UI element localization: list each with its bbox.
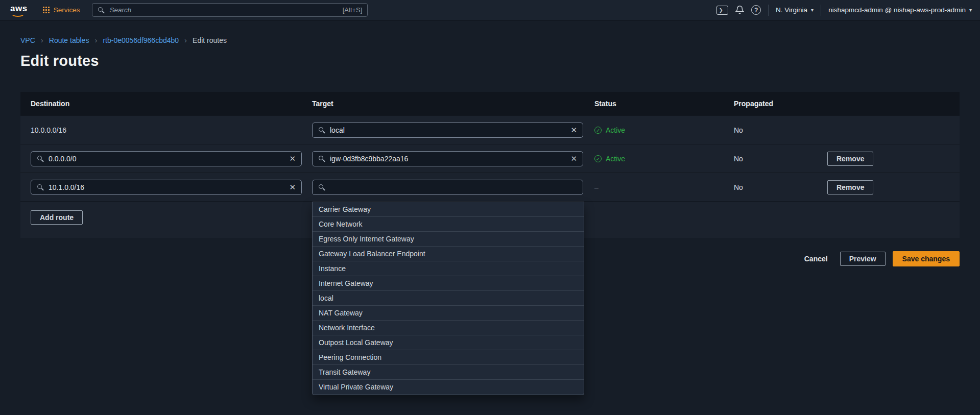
column-header-propagated: Propagated — [734, 100, 827, 108]
check-circle-icon — [594, 127, 602, 134]
target-input-focused[interactable] — [312, 180, 583, 195]
search-icon — [37, 184, 44, 191]
propagated-value: No — [734, 183, 827, 191]
dropdown-option[interactable]: NAT Gateway — [313, 306, 584, 321]
dropdown-option[interactable]: Peering Connection — [313, 350, 584, 365]
global-search-input[interactable]: Search [Alt+S] — [92, 3, 368, 17]
aws-logo-text: aws — [10, 4, 28, 13]
top-navigation-bar: aws Services Search [Alt+S] N. Virginia … — [0, 0, 980, 20]
chevron-down-icon: ▾ — [811, 7, 814, 13]
search-icon — [37, 155, 44, 162]
propagated-value: No — [734, 155, 827, 163]
dropdown-option[interactable]: Carrier Gateway — [313, 202, 584, 217]
target-value-input[interactable] — [330, 155, 566, 163]
breadcrumb-route-table-id[interactable]: rtb-0e0056df966cbd4b0 — [103, 36, 179, 44]
destination-value: 10.0.0.0/16 — [31, 126, 66, 134]
destination-value-input[interactable] — [49, 155, 284, 163]
save-changes-button[interactable]: Save changes — [893, 251, 960, 266]
destination-input[interactable]: ✕ — [31, 180, 302, 195]
column-header-target: Target — [312, 100, 594, 108]
services-menu-button[interactable]: Services — [43, 6, 80, 14]
services-grid-icon — [43, 7, 50, 13]
page-title: Edit routes — [20, 53, 980, 69]
clear-icon[interactable]: ✕ — [570, 126, 577, 134]
edit-routes-table: Destination Target Status Propagated 10.… — [20, 92, 960, 238]
table-row: ✕ Carrier Gateway Core Network Egress On… — [20, 173, 960, 201]
breadcrumb: VPC › Route tables › rtb-0e0056df966cbd4… — [20, 36, 980, 44]
search-placeholder: Search — [109, 6, 338, 14]
table-row: ✕ ✕ Active No Remove — [20, 144, 960, 173]
cloudshell-icon[interactable] — [716, 6, 728, 15]
add-route-button[interactable]: Add route — [31, 210, 83, 225]
preview-button[interactable]: Preview — [840, 252, 886, 266]
dropdown-option[interactable]: Egress Only Internet Gateway — [313, 232, 584, 247]
dropdown-option[interactable]: Outpost Local Gateway — [313, 335, 584, 350]
column-header-destination: Destination — [20, 100, 312, 108]
dropdown-option[interactable]: Internet Gateway — [313, 276, 584, 291]
services-label: Services — [54, 6, 80, 14]
target-input[interactable]: ✕ — [312, 123, 583, 138]
search-shortcut-hint: [Alt+S] — [343, 6, 363, 14]
breadcrumb-separator-icon: › — [41, 36, 43, 44]
breadcrumb-route-tables[interactable]: Route tables — [49, 36, 89, 44]
aws-logo[interactable]: aws — [8, 4, 34, 17]
dropdown-option[interactable]: Gateway Load Balancer Endpoint — [313, 247, 584, 261]
destination-value-input[interactable] — [49, 183, 284, 191]
column-header-status: Status — [594, 100, 734, 108]
search-icon — [318, 184, 325, 191]
status-badge: Active — [594, 126, 625, 134]
table-header-row: Destination Target Status Propagated — [20, 92, 960, 115]
target-type-dropdown: Carrier Gateway Core Network Egress Only… — [312, 202, 584, 395]
notifications-bell-icon[interactable] — [735, 5, 744, 15]
clear-icon[interactable]: ✕ — [570, 155, 577, 162]
destination-input[interactable]: ✕ — [31, 151, 302, 166]
remove-route-button[interactable]: Remove — [827, 152, 873, 166]
status-label: Active — [606, 126, 625, 134]
check-circle-icon — [594, 155, 602, 162]
account-label: nishapmcd-admin @ nishap-aws-prod-admin — [828, 6, 966, 14]
status-badge: Active — [594, 155, 625, 163]
status-label: Active — [606, 155, 625, 163]
dropdown-option[interactable]: local — [313, 291, 584, 306]
help-icon[interactable] — [751, 5, 761, 15]
clear-icon[interactable]: ✕ — [289, 183, 296, 191]
clear-icon[interactable]: ✕ — [289, 155, 296, 162]
target-value-input[interactable] — [330, 126, 566, 134]
chevron-down-icon: ▾ — [969, 7, 972, 13]
topbar-divider — [821, 5, 821, 16]
breadcrumb-current: Edit routes — [193, 36, 227, 44]
dropdown-option[interactable]: Instance — [313, 261, 584, 276]
region-label: N. Virginia — [776, 6, 807, 14]
target-input[interactable]: ✕ — [312, 151, 583, 166]
dropdown-option[interactable]: Transit Gateway — [313, 365, 584, 380]
topbar-divider — [768, 5, 769, 16]
search-icon — [98, 7, 105, 14]
search-icon — [318, 155, 325, 162]
status-empty: – — [594, 183, 599, 191]
table-row: 10.0.0.0/16 ✕ Active No — [20, 115, 960, 144]
search-icon — [318, 127, 325, 134]
breadcrumb-separator-icon: › — [94, 36, 97, 44]
breadcrumb-separator-icon: › — [184, 36, 187, 44]
propagated-value: No — [734, 126, 827, 134]
dropdown-option[interactable]: Core Network — [313, 217, 584, 232]
topbar-actions: N. Virginia ▾ nishapmcd-admin @ nishap-a… — [716, 5, 972, 16]
dropdown-option[interactable]: Network Interface — [313, 321, 584, 335]
region-selector[interactable]: N. Virginia ▾ — [776, 6, 814, 14]
dropdown-option[interactable]: Virtual Private Gateway — [313, 380, 584, 395]
remove-route-button[interactable]: Remove — [827, 180, 873, 194]
target-value-input[interactable] — [330, 183, 577, 191]
cancel-button[interactable]: Cancel — [799, 252, 833, 266]
account-menu[interactable]: nishapmcd-admin @ nishap-aws-prod-admin … — [828, 6, 972, 14]
breadcrumb-vpc[interactable]: VPC — [20, 36, 35, 44]
